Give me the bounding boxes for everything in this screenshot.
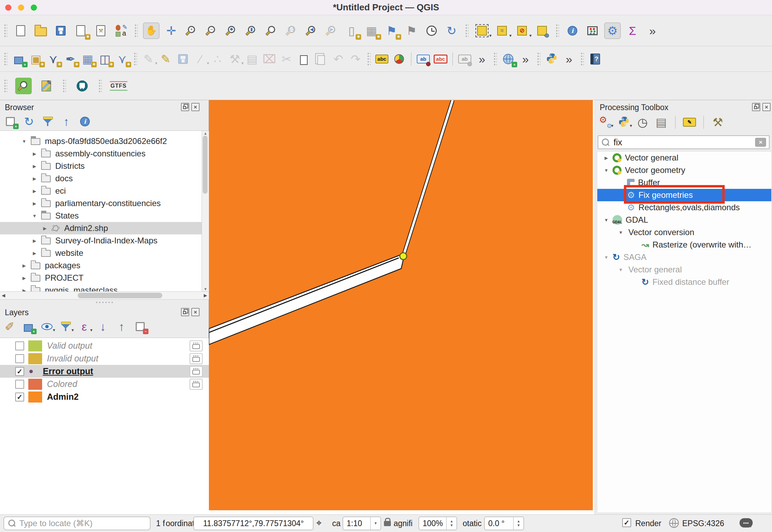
memory-layer-indicator-icon[interactable] (190, 366, 203, 377)
crs-globe-icon[interactable] (669, 518, 679, 528)
style-manager-icon[interactable]: ✎a (113, 22, 129, 39)
dropdown-arrow-icon[interactable]: ▼ (241, 61, 244, 65)
filter-legend-icon[interactable]: ▼ (59, 320, 73, 333)
browser-item-project[interactable]: ▶PROJECT (0, 272, 202, 284)
deselect-features-icon[interactable]: ⊘▼ (514, 22, 530, 39)
browser-collapse-all-icon[interactable]: ↑ (59, 115, 73, 128)
open-project-icon[interactable] (32, 22, 49, 39)
expand-arrow-icon[interactable]: ▶ (20, 263, 28, 268)
browser-close-button[interactable]: ✕ (191, 103, 200, 111)
algorithm-item-vector-general[interactable]: ▼Vector general (597, 263, 771, 276)
expand-arrow-icon[interactable]: ▶ (30, 164, 39, 169)
dropdown-arrow-icon[interactable]: ▼ (610, 124, 614, 128)
python-console-icon[interactable] (544, 51, 559, 67)
scroll-up-icon[interactable]: ▲ (202, 131, 209, 135)
processing-options-icon[interactable]: ⚒ (711, 115, 725, 129)
zoom-next-icon[interactable]: ▶ (323, 22, 340, 39)
algorithm-item-vector-conversion[interactable]: ▼Vector conversion (597, 226, 771, 239)
browser-item-parliamentary-constituencies[interactable]: ▶parliamentary-constituencies (0, 197, 202, 210)
label-overflow-icon[interactable]: » (474, 51, 490, 67)
browser-item-docs[interactable]: ▶docs (0, 172, 202, 185)
expand-arrow-icon[interactable]: ▶ (30, 188, 39, 194)
scrollbar-thumb[interactable] (78, 293, 162, 298)
layer-item-valid-output[interactable]: Valid output (0, 339, 209, 352)
plugin-overflow-icon[interactable]: » (561, 51, 577, 67)
identify-features-icon[interactable]: i (564, 22, 581, 39)
processing-close-button[interactable]: ✕ (762, 103, 771, 111)
modify-attributes-icon[interactable]: ▤ (244, 51, 260, 67)
processing-history-icon[interactable]: ◷ (636, 115, 649, 129)
layer-labeling-icon[interactable]: abc (374, 51, 389, 67)
metasearch-icon[interactable]: + (501, 51, 516, 67)
layers-float-button[interactable] (181, 308, 189, 316)
zoom-last-icon[interactable]: ◀ (303, 22, 320, 39)
processing-toolbox-toggle-icon[interactable]: ⚙ (604, 22, 621, 39)
browser-item-website[interactable]: ▶website (0, 247, 202, 259)
transit-plugin-icon[interactable] (74, 78, 90, 94)
zoom-to-layer-icon[interactable]: ▮ (243, 22, 260, 39)
new-geopackage-icon[interactable]: ▣✳ (28, 51, 44, 67)
memory-layer-indicator-icon[interactable] (190, 340, 203, 351)
algorithm-item-vector-geometry[interactable]: ▼Vector geometry (597, 164, 771, 176)
zoom-native-icon[interactable]: 1:1 (283, 22, 300, 39)
vertex-tool-icon[interactable]: ⚒▼ (227, 51, 242, 67)
zoom-to-selection-icon[interactable] (263, 22, 280, 39)
dropdown-arrow-icon[interactable]: ▼ (89, 328, 93, 332)
save-layer-edits-icon[interactable] (175, 51, 191, 67)
browser-item-admin2-shp[interactable]: ▶Admin2.shp (0, 222, 202, 234)
expand-arrow-icon[interactable]: ▶ (30, 176, 39, 181)
collapse-arrow-icon[interactable]: ▼ (617, 230, 625, 235)
undo-icon[interactable]: ↶ (331, 51, 346, 67)
expand-arrow-icon[interactable]: ▶ (20, 288, 28, 292)
filter-expression-icon[interactable]: ε▼ (77, 320, 91, 333)
collapse-arrow-icon[interactable]: ▼ (602, 217, 610, 223)
spinner-arrows-icon[interactable]: ▲▼ (446, 517, 456, 530)
quickosm-icon[interactable] (15, 78, 32, 94)
temporal-controller-icon[interactable] (423, 22, 440, 39)
layer-styling-icon[interactable]: ✐ (3, 320, 17, 333)
dropdown-arrow-icon[interactable]: ▼ (71, 328, 75, 332)
browser-vertical-scrollbar[interactable]: ▲ ▼ (202, 130, 209, 291)
expand-arrow-icon[interactable]: ▶ (30, 238, 39, 243)
processing-float-button[interactable] (752, 103, 760, 111)
toolbar-overflow-icon[interactable]: » (644, 22, 661, 39)
locate-search-box[interactable]: Type to locate (⌘K) (3, 516, 151, 530)
dropdown-arrow-icon[interactable]: ▼ (206, 61, 210, 65)
layer-item-invalid-output[interactable]: Invalid output (0, 352, 209, 365)
collapse-arrow-icon[interactable]: ▼ (602, 168, 610, 173)
browser-item-eci[interactable]: ▶eci (0, 185, 202, 197)
expand-arrow-icon[interactable]: ▶ (30, 251, 39, 256)
data-source-manager-icon[interactable]: + (11, 51, 26, 67)
toggle-extents-icon[interactable]: ⌖ (316, 518, 322, 529)
cut-features-icon[interactable]: ✂ (279, 51, 294, 67)
collapse-all-icon[interactable]: ↑ (115, 320, 128, 333)
paste-features-icon[interactable] (313, 51, 329, 67)
scroll-left-icon[interactable]: ◀ (2, 293, 5, 298)
expand-arrow-icon[interactable]: ▶ (20, 275, 28, 281)
layer-visibility-checkbox[interactable] (15, 354, 24, 363)
map-canvas[interactable] (209, 100, 593, 510)
collapse-arrow-icon[interactable]: ▼ (602, 255, 610, 260)
select-features-icon[interactable]: ▼ (474, 22, 490, 39)
dropdown-arrow-icon[interactable]: ▼ (629, 124, 633, 128)
collapse-arrow-icon[interactable]: ▼ (30, 213, 39, 219)
coordinate-input[interactable]: 11.83757712°,79.77571304° (193, 516, 313, 530)
new-virtual-layer-icon[interactable]: ◫✳ (97, 51, 113, 67)
minimize-window-button[interactable] (18, 4, 24, 11)
memory-layer-indicator-icon[interactable] (190, 353, 203, 364)
algorithm-item-saga[interactable]: ▼↻SAGA (597, 251, 771, 263)
close-window-button[interactable] (5, 4, 11, 11)
scale-combobox[interactable]: 1:10 ▼ (342, 516, 381, 530)
browser-item-maps-0fa9fd850eda3d2062e66f2[interactable]: ▼maps-0fa9fd850eda3d2062e66f2 (0, 135, 202, 147)
new-mesh-layer-icon[interactable]: ⋎✳ (115, 51, 130, 67)
browser-item-packages[interactable]: ▶packages (0, 259, 202, 272)
expand-arrow-icon[interactable]: ▶ (602, 155, 610, 161)
layout-manager-icon[interactable]: ⚒ (93, 22, 109, 39)
magnifier-spinbox[interactable]: 100% ▲▼ (418, 516, 457, 530)
layer-item-error-output[interactable]: ✓Error output (0, 365, 209, 378)
dropdown-arrow-icon[interactable]: ▼ (52, 328, 56, 332)
dropdown-arrow-icon[interactable]: ▼ (154, 61, 158, 65)
layer-visibility-checkbox[interactable] (15, 341, 24, 350)
zoom-full-icon[interactable]: ❖ (223, 22, 240, 39)
browser-item-states[interactable]: ▼States (0, 210, 202, 222)
